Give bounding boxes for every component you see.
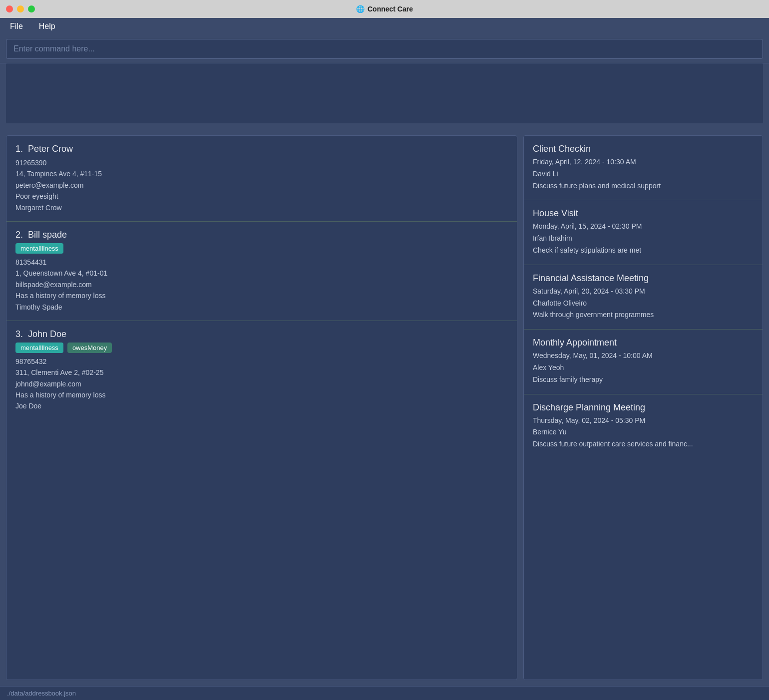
- output-area: [6, 63, 763, 123]
- close-button[interactable]: [6, 5, 13, 12]
- contact-tags-2: mentalIllness: [15, 243, 508, 254]
- status-path: ./data/addressbook.json: [7, 690, 76, 697]
- appointment-title-4: Discharge Planning Meeting: [533, 402, 754, 413]
- maximize-button[interactable]: [28, 5, 35, 12]
- contact-name-1: 1. Peter Crow: [15, 144, 508, 154]
- appointment-title-1: House Visit: [533, 208, 754, 219]
- contact-item-1: 1. Peter Crow 91265390 14, Tampines Ave …: [6, 136, 517, 222]
- appointment-item-4: Discharge Planning Meeting Thursday, May…: [524, 394, 763, 458]
- app-title-text: Connect Care: [368, 5, 413, 13]
- appointment-detail-2: Saturday, April, 20, 2024 - 03:30 PM Cha…: [533, 286, 754, 321]
- contact-detail-1: 91265390 14, Tampines Ave 4, #11-15 pete…: [15, 157, 508, 213]
- contact-name-2: 2. Bill spade: [15, 230, 508, 240]
- command-area: [0, 35, 769, 63]
- appointment-title-3: Monthly Appointment: [533, 338, 754, 348]
- appointment-item-3: Monthly Appointment Wednesday, May, 01, …: [524, 330, 763, 394]
- menu-help[interactable]: Help: [37, 21, 57, 32]
- menu-bar: File Help: [0, 18, 769, 35]
- main-content: 1. Peter Crow 91265390 14, Tampines Ave …: [0, 129, 769, 686]
- contact-tags-3: mentalIllness owesMoney: [15, 343, 508, 353]
- contacts-panel: 1. Peter Crow 91265390 14, Tampines Ave …: [6, 135, 517, 680]
- contact-name-3: 3. John Doe: [15, 329, 508, 340]
- appointment-detail-1: Monday, April, 15, 2024 - 02:30 PM Irfan…: [533, 221, 754, 256]
- appointment-item-2: Financial Assistance Meeting Saturday, A…: [524, 265, 763, 330]
- app-title: 🌐 Connect Care: [356, 5, 413, 13]
- tag-mentalillness-2: mentalIllness: [15, 243, 63, 254]
- contact-item-3: 3. John Doe mentalIllness owesMoney 9876…: [6, 321, 517, 420]
- appointment-item-1: House Visit Monday, April, 15, 2024 - 02…: [524, 200, 763, 265]
- appointment-item-0: Client Checkin Friday, April, 12, 2024 -…: [524, 136, 763, 200]
- globe-icon: 🌐: [356, 5, 365, 13]
- appointment-detail-0: Friday, April, 12, 2024 - 10:30 AM David…: [533, 156, 754, 192]
- command-input[interactable]: [6, 39, 763, 59]
- minimize-button[interactable]: [17, 5, 24, 12]
- appointment-title-0: Client Checkin: [533, 144, 754, 154]
- contact-detail-3: 98765432 311, Clementi Ave 2, #02-25 joh…: [15, 356, 508, 412]
- traffic-lights: [6, 5, 35, 12]
- appointment-detail-4: Thursday, May, 02, 2024 - 05:30 PM Berni…: [533, 415, 754, 450]
- title-bar: 🌐 Connect Care: [0, 0, 769, 18]
- tag-mentalillness-3: mentalIllness: [15, 343, 63, 353]
- contact-item-2: 2. Bill spade mentalIllness 81354431 1, …: [6, 222, 517, 321]
- tag-owesmoney-3: owesMoney: [67, 343, 112, 353]
- appointments-panel: Client Checkin Friday, April, 12, 2024 -…: [523, 135, 763, 680]
- contact-detail-2: 81354431 1, Queenstown Ave 4, #01-01 bil…: [15, 257, 508, 313]
- appointment-title-2: Financial Assistance Meeting: [533, 273, 754, 284]
- menu-file[interactable]: File: [8, 21, 25, 32]
- appointment-detail-3: Wednesday, May, 01, 2024 - 10:00 AM Alex…: [533, 350, 754, 385]
- status-bar: ./data/addressbook.json: [0, 686, 769, 700]
